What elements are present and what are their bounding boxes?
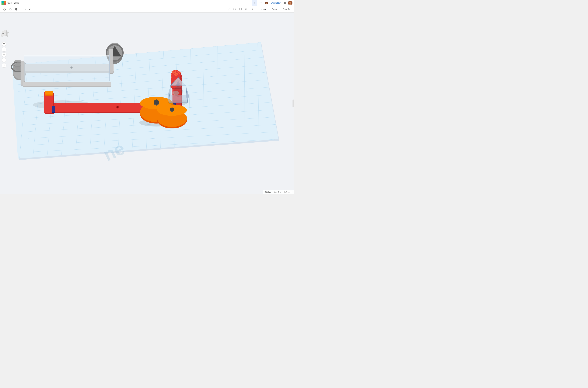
hammer-icon-button[interactable]: ⚒: [258, 0, 263, 6]
zoom-in-button[interactable]: +: [2, 52, 6, 57]
distribute-icon-button[interactable]: [250, 7, 255, 12]
logo-red: [4, 3, 6, 5]
svg-rect-14: [246, 9, 247, 10]
separator-1: [20, 7, 21, 11]
logo-area: Prism Holder: [0, 1, 24, 5]
export-button[interactable]: Export: [270, 7, 280, 11]
logo-green: [1, 3, 3, 5]
svg-point-3: [289, 3, 291, 5]
send-to-button[interactable]: Send To: [280, 7, 292, 11]
edit-grid-button[interactable]: Edit Grid: [265, 191, 271, 193]
svg-point-0: [284, 2, 286, 3]
svg-rect-13: [246, 9, 247, 9]
svg-point-18: [4, 49, 4, 50]
snap-grid-select[interactable]: 1.0 mm ▾: [283, 191, 292, 193]
svg-rect-82: [24, 55, 110, 56]
snap-grid-label: Snap Grid: [273, 191, 281, 193]
tinkercad-logo[interactable]: [1, 1, 6, 5]
svg-rect-6: [9, 8, 11, 10]
logo-orange: [4, 1, 6, 3]
grid-view-button[interactable]: ⊞: [252, 0, 257, 6]
action-buttons: Import Export Send To: [259, 7, 292, 11]
bulb-icon-button[interactable]: [226, 7, 231, 12]
home-view-button[interactable]: [2, 42, 6, 46]
plane-icon-button[interactable]: [238, 7, 243, 12]
undo-button[interactable]: [22, 7, 27, 12]
svg-rect-4: [4, 9, 5, 10]
user-avatar[interactable]: [288, 0, 293, 5]
svg-point-20: [4, 65, 4, 66]
duplicate-button[interactable]: [8, 7, 13, 12]
nav-right: ⊞ ⚒ 💼 What's New: [252, 0, 294, 6]
top-navigation: Prism Holder ⊞ ⚒ 💼 What's New: [0, 0, 294, 6]
view-cube-inner: TOP FRONT: [3, 30, 11, 40]
svg-rect-9: [233, 8, 236, 10]
user-account-icon[interactable]: [283, 1, 287, 5]
briefcase-icon-button[interactable]: 💼: [264, 0, 269, 6]
delete-button[interactable]: [14, 7, 19, 12]
svg-rect-80: [23, 82, 111, 86]
fit-view-button[interactable]: [2, 63, 6, 68]
svg-point-2: [289, 2, 291, 3]
right-panel-handle[interactable]: [293, 99, 294, 107]
svg-rect-5: [10, 9, 11, 10]
svg-rect-81: [24, 55, 110, 81]
svg-rect-78: [109, 49, 113, 73]
import-button[interactable]: Import: [259, 7, 269, 11]
scene-viewport-svg[interactable]: ne: [0, 13, 294, 194]
secondary-toolbar: Import Export Send To: [0, 6, 294, 13]
status-bar: Edit Grid Snap Grid 1.0 mm ▾: [263, 190, 294, 194]
redo-button[interactable]: [28, 7, 33, 12]
whats-new-button[interactable]: What's New: [270, 1, 282, 5]
view-cube[interactable]: TOP FRONT: [2, 30, 11, 39]
svg-point-135: [174, 86, 183, 97]
align-left-icon-button[interactable]: [244, 7, 249, 12]
3d-viewport[interactable]: TOP FRONT + −: [0, 13, 294, 194]
project-title[interactable]: Prism Holder: [7, 2, 19, 4]
copy-button[interactable]: [2, 7, 7, 12]
left-controls: TOP FRONT + −: [2, 30, 11, 68]
svg-rect-94: [45, 91, 53, 95]
logo-teal: [1, 1, 3, 3]
zoom-out-button[interactable]: −: [2, 58, 6, 62]
toolbar-right: Import Export Send To: [226, 7, 292, 12]
svg-point-87: [117, 106, 118, 108]
orbit-button[interactable]: [2, 47, 6, 51]
svg-point-19: [3, 65, 5, 66]
select-icon-button[interactable]: [232, 7, 237, 12]
svg-rect-91: [52, 106, 55, 112]
